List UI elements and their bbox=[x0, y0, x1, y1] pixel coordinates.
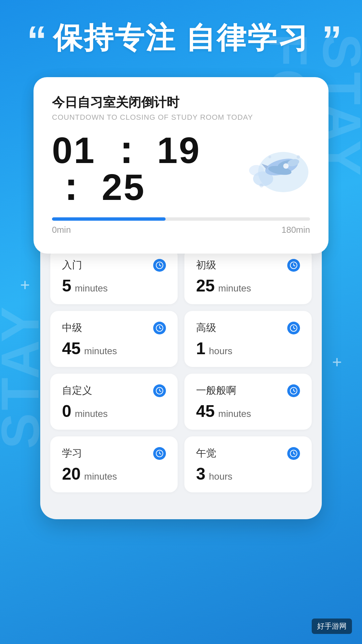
grid-item-time-row-3-1: 3 hours bbox=[196, 466, 300, 482]
grid-item-0-0[interactable]: 入门 5 minutes bbox=[50, 248, 178, 304]
grid-item-1-1[interactable]: 高级 1 hours bbox=[184, 311, 312, 367]
grid-item-3-1[interactable]: 午觉 3 hours bbox=[184, 436, 312, 492]
grid-item-1-0[interactable]: 中级 45 minutes bbox=[50, 311, 178, 367]
grid-item-unit-0-1: minutes bbox=[218, 283, 251, 293]
clock-icon-1-1 bbox=[287, 322, 300, 334]
svg-line-17 bbox=[294, 265, 295, 266]
grid-item-value-0-0: 5 bbox=[62, 276, 71, 295]
grid-item-2-0[interactable]: 自定义 0 minutes bbox=[50, 374, 178, 430]
app-card: ← 自习室 ! 今日自习室关闭倒计时 COUNTDOWN TO CLOSING … bbox=[40, 80, 322, 519]
svg-point-10 bbox=[268, 156, 271, 158]
grid-item-unit-3-1: hours bbox=[209, 471, 232, 482]
headline-text: 保持专注 自律学习 bbox=[0, 20, 362, 56]
grid-item-name-3-0: 学习 bbox=[62, 446, 82, 460]
grid-item-name-1-1: 高级 bbox=[196, 321, 216, 335]
progress-bar-fill bbox=[52, 217, 166, 221]
progress-labels: 0min 180min bbox=[52, 225, 310, 235]
countdown-title-en: COUNTDOWN TO CLOSING OF STUDY ROOM TODAY bbox=[52, 113, 310, 122]
grid-item-unit-0-0: minutes bbox=[75, 283, 108, 293]
grid-item-name-1-0: 中级 bbox=[62, 321, 82, 335]
headline-section: “ ” 保持专注 自律学习 bbox=[0, 20, 362, 56]
grid-item-unit-2-0: minutes bbox=[75, 409, 108, 419]
grid-item-unit-2-1: minutes bbox=[218, 409, 251, 419]
grid-item-header-1-0: 中级 bbox=[62, 321, 166, 335]
svg-point-8 bbox=[283, 163, 289, 169]
grid-item-time-row-2-1: 45 minutes bbox=[196, 403, 300, 420]
grid-item-header-3-1: 午觉 bbox=[196, 446, 300, 460]
quote-open-icon: “ bbox=[27, 20, 47, 60]
svg-line-20 bbox=[160, 328, 161, 329]
grid-item-name-3-1: 午觉 bbox=[196, 446, 216, 460]
countdown-time: 01 ： 19 ： 25 bbox=[52, 132, 236, 206]
grid-item-0-1[interactable]: 初级 25 minutes bbox=[184, 248, 312, 304]
quote-close-icon: ” bbox=[322, 20, 342, 60]
grid-item-time-row-3-0: 20 minutes bbox=[62, 466, 166, 482]
svg-line-14 bbox=[160, 265, 161, 266]
progress-bar-bg bbox=[52, 217, 310, 221]
grid-item-header-2-1: 一般般啊 bbox=[196, 384, 300, 397]
countdown-row: 01 ： 19 ： 25 bbox=[52, 132, 310, 206]
grid-item-value-3-0: 20 bbox=[62, 465, 81, 483]
grid-item-3-0[interactable]: 学习 20 minutes bbox=[50, 436, 178, 492]
grid-item-unit-1-0: minutes bbox=[84, 346, 117, 356]
grid-item-name-0-0: 入门 bbox=[62, 258, 82, 272]
clock-icon-0-1 bbox=[287, 259, 300, 272]
deco-plus-2: + bbox=[332, 352, 342, 372]
progress-label-min: 0min bbox=[52, 225, 71, 235]
grid-item-header-2-0: 自定义 bbox=[62, 384, 166, 397]
progress-section: 0min 180min bbox=[52, 217, 310, 235]
svg-line-32 bbox=[160, 453, 161, 454]
deco-plus-1: + bbox=[20, 275, 30, 294]
grid-section: 入门 5 minutes 初级 25 minutes bbox=[40, 248, 322, 492]
svg-line-23 bbox=[294, 328, 295, 329]
grid-item-header-0-0: 入门 bbox=[62, 258, 166, 272]
grid-item-time-row-1-0: 45 minutes bbox=[62, 340, 166, 357]
countdown-illustration bbox=[236, 142, 310, 196]
clock-icon-1-0 bbox=[153, 322, 166, 334]
watermark: 好手游网 bbox=[312, 619, 352, 634]
clock-icon-0-0 bbox=[153, 259, 166, 272]
grid-row-3: 学习 20 minutes 午觉 3 hours bbox=[50, 436, 312, 492]
grid-item-time-row-1-1: 1 hours bbox=[196, 340, 300, 357]
grid-item-value-2-0: 0 bbox=[62, 402, 71, 421]
grid-row-0: 入门 5 minutes 初级 25 minutes bbox=[50, 248, 312, 304]
svg-point-11 bbox=[259, 183, 263, 187]
grid-item-2-1[interactable]: 一般般啊 45 minutes bbox=[184, 374, 312, 430]
grid-item-time-row-2-0: 0 minutes bbox=[62, 403, 166, 420]
grid-item-value-2-1: 45 bbox=[196, 402, 215, 421]
clock-icon-2-1 bbox=[287, 384, 300, 397]
svg-line-35 bbox=[294, 453, 295, 454]
clock-icon-3-1 bbox=[287, 447, 300, 460]
grid-item-unit-3-0: minutes bbox=[84, 471, 117, 482]
grid-item-header-0-1: 初级 bbox=[196, 258, 300, 272]
grid-item-name-2-0: 自定义 bbox=[62, 384, 92, 397]
grid-row-1: 中级 45 minutes 高级 1 hours bbox=[50, 311, 312, 367]
grid-item-unit-1-1: hours bbox=[209, 346, 232, 356]
grid-item-value-1-0: 45 bbox=[62, 339, 81, 358]
countdown-title-cn: 今日自习室关闭倒计时 bbox=[52, 94, 310, 111]
grid-item-value-3-1: 3 bbox=[196, 465, 205, 483]
grid-item-name-0-1: 初级 bbox=[196, 258, 216, 272]
progress-label-max: 180min bbox=[282, 225, 310, 235]
clock-icon-3-0 bbox=[153, 447, 166, 460]
grid-row-2: 自定义 0 minutes 一般般啊 45 minutes bbox=[50, 374, 312, 430]
clock-icon-2-0 bbox=[153, 384, 166, 397]
grid-item-time-row-0-0: 5 minutes bbox=[62, 277, 166, 294]
grid-item-value-0-1: 25 bbox=[196, 276, 215, 295]
svg-line-26 bbox=[160, 391, 161, 391]
grid-item-value-1-1: 1 bbox=[196, 339, 205, 358]
grid-item-header-1-1: 高级 bbox=[196, 321, 300, 335]
grid-item-name-2-1: 一般般啊 bbox=[196, 384, 236, 397]
svg-point-2 bbox=[249, 165, 264, 176]
countdown-card: 今日自习室关闭倒计时 COUNTDOWN TO CLOSING OF STUDY… bbox=[34, 77, 328, 254]
svg-line-29 bbox=[294, 391, 295, 391]
svg-point-9 bbox=[297, 155, 300, 159]
grid-item-time-row-0-1: 25 minutes bbox=[196, 277, 300, 294]
grid-item-header-3-0: 学习 bbox=[62, 446, 166, 460]
